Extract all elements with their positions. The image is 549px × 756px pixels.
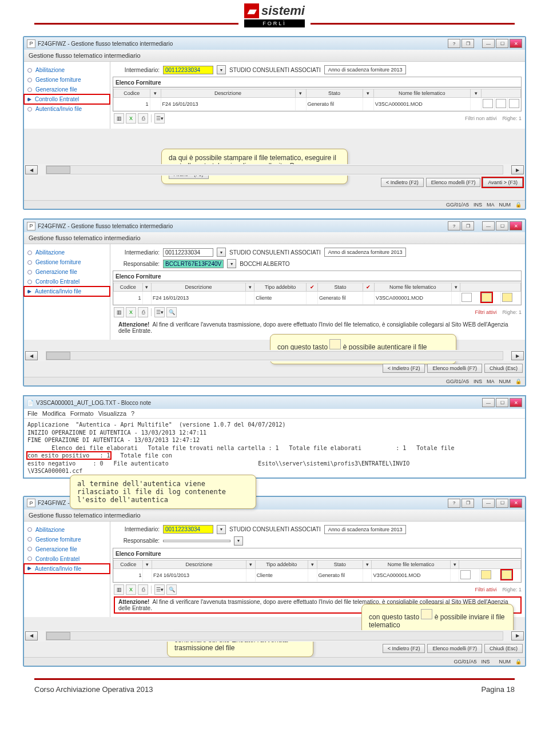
intermediario-field[interactable]: 00112233034 [163,248,213,257]
doc-icon[interactable] [496,99,506,108]
sidebar-item[interactable]: Generazione file [24,267,110,277]
sidebar-item[interactable]: Generazione file [24,544,110,554]
print-icon[interactable] [460,570,471,579]
label-intermediario: Intermediario: [114,67,160,73]
filter-icon[interactable]: ☰▾ [154,113,165,124]
forward-button[interactable]: Avanti > (F3) [483,178,523,187]
sidebar-item[interactable]: Generazione file [24,85,110,94]
grid-row[interactable]: 1F24 16/01/2013Generato filV3SCA000001.M… [114,98,521,111]
sub-header: Gestione flusso telematico intermediario [24,50,525,62]
responsabile-field[interactable] [163,540,230,542]
notepad-window: 📄V3SCA000001_AUT_LOG.TXT - Blocco note—☐… [23,395,526,479]
help-button[interactable]: ? [448,39,460,48]
row-count: Righe: 1 [502,116,522,121]
notepad-body: Applicazione "Autentica - Apri Multifile… [24,419,525,478]
scrollbar[interactable]: ◀▶ [24,164,525,176]
anno-scadenza: Anno di scadenza forniture 2013 [324,65,407,74]
sidebar-item[interactable]: Gestione forniture [24,535,110,544]
toolbar-icon[interactable]: ▥ [114,113,124,124]
sidebar-item[interactable]: Abilitazione [24,248,110,257]
sidebar-item[interactable]: Gestione forniture [24,75,110,85]
callout-notepad: al termine dell'autentica viene rilascia… [70,475,256,509]
view-icon[interactable] [509,99,519,108]
filter-status: Filtri non attivi [465,116,497,121]
excel-icon[interactable]: X [126,113,136,124]
grid-row[interactable]: 1F24 16/01/2013ClienteGenerato filV3SCA0… [114,292,521,305]
back-button[interactable]: < Indietro (F2) [383,364,425,373]
minimize-button[interactable]: — [482,39,495,48]
section-elenco: Elenco Forniture [113,78,521,87]
grid-forniture: Codice▾Descrizione▾Tipo addebito▾Stato▾N… [113,560,521,582]
window-1: PF24GFIWZ - Gestione flusso telematico i… [23,36,526,210]
sidebar-item-active[interactable]: Controllo Entratel [24,94,110,104]
intermediario-name: STUDIO CONSULENTI ASSOCIATI [229,67,321,73]
send-icon[interactable] [502,293,512,302]
app-icon: P [27,39,35,48]
close-button[interactable]: ✕ [510,499,522,508]
close-button[interactable]: ✕ [510,39,522,48]
auth-icon [329,339,341,349]
send-icon[interactable] [502,570,512,579]
intermediario-field[interactable]: 00112233034 [163,66,213,74]
help-button[interactable]: ? [448,221,460,230]
sidebar-item[interactable]: Abilitazione [24,525,110,535]
print-icon[interactable]: ⎙ [138,113,148,124]
close-button[interactable]: ✕ [510,221,522,230]
models-button[interactable]: Elenco modelli (F7) [427,644,482,653]
authenticate-icon[interactable] [482,293,492,302]
models-button[interactable]: Elenco modelli (F7) [427,364,482,373]
models-button[interactable]: Elenco modelli (F7) [426,178,481,187]
send-icon-small [421,609,432,619]
print-icon[interactable] [483,99,493,108]
notepad-icon: 📄 [27,400,34,406]
back-button[interactable]: < Indietro (F2) [381,178,424,187]
back-button[interactable]: < Indietro (F2) [383,644,425,653]
sidebar-item[interactable]: Gestione forniture [24,257,110,267]
responsabile-field[interactable]: BCCLRT67E13F240V [163,260,224,268]
intermediario-field[interactable]: 00112233034 [163,525,213,534]
grid-row[interactable]: 1F24 16/01/2013ClienteGenerato filV3SCA0… [114,568,521,582]
notepad-title: V3SCA000001_AUT_LOG.TXT - Blocco note [36,400,151,406]
sidebar-item-active[interactable]: Autentica/Invio file [24,564,110,574]
sidebar-item[interactable]: Controllo Entratel [24,277,110,287]
notepad-menu[interactable]: FileModificaFormatoVisualizza? [24,409,525,419]
grid-forniture: Codice▾Descrizione▾Tipo addebito✔Stato✔N… [113,282,521,305]
brand-logo: ▰sistemi FORLÌ [0,3,549,27]
close-button[interactable]: ✕ [510,398,522,407]
print-icon[interactable] [462,293,472,302]
window-3: PF24GFIWZ - Gestione flusso telematico i… [23,496,526,667]
window-2: PF24GFIWZ - Gestione flusso telematico i… [23,218,526,387]
sidebar-item[interactable]: Controllo Entratel [24,554,110,564]
close-button[interactable]: Chiudi (Esc) [484,644,523,653]
dropdown-icon[interactable]: ▼ [217,65,226,74]
maximize-button[interactable]: ☐ [496,39,508,48]
grid-forniture: Codice▾Descrizione▾Stato▾Nome file telem… [113,89,521,111]
sidebar-item[interactable]: Abilitazione [24,65,110,75]
window-title: F24GFIWZ - Gestione flusso telematico in… [38,41,173,47]
sidebar-item-active[interactable]: Autentica/Invio file [24,287,110,296]
close-button[interactable]: Chiudi (Esc) [484,364,523,373]
lock-icon: 🔒 [515,202,522,208]
restore-button[interactable]: ❐ [462,39,474,48]
sidebar: Abilitazione Gestione forniture Generazi… [24,62,110,129]
page-footer: Corso Archiviazione Operativa 2013Pagina… [0,682,549,705]
authenticate-icon[interactable] [481,570,491,579]
sidebar-item[interactable]: Autentica/Invio file [24,104,110,114]
window-title: F24GFIWZ - Gestione flusso telematico in… [38,223,173,229]
search-icon[interactable]: 🔍 [166,307,177,317]
